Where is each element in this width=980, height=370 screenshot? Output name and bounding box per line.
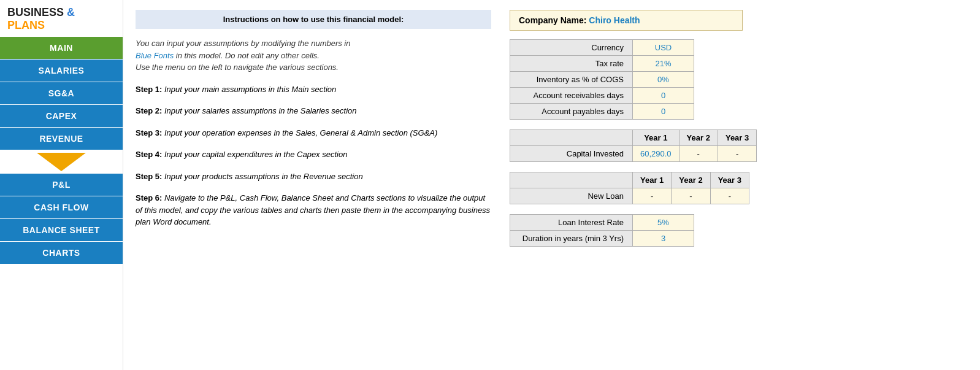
instructions-intro: You can input your assumptions by modify… <box>136 37 491 74</box>
step-4-num: Step 4: <box>136 150 162 159</box>
step-2-num: Step 2: <box>136 106 162 115</box>
loan-year1-header: Year 1 <box>633 172 672 188</box>
interest-rate-value[interactable]: 5% <box>633 215 694 231</box>
currency-label: Currency <box>510 40 633 56</box>
table-row: New Loan - - - <box>510 188 749 204</box>
tax-label: Tax rate <box>510 56 633 72</box>
capital-table: Year 1 Year 2 Year 3 Capital Invested 60… <box>510 129 757 162</box>
loan-year2-header: Year 2 <box>672 172 710 188</box>
new-loan-label: New Loan <box>510 188 633 204</box>
tax-value[interactable]: 21% <box>633 56 694 72</box>
step-2-text: Input your salaries assumptions in the S… <box>162 106 356 115</box>
step-1-num: Step 1: <box>136 85 162 94</box>
step-4-text: Input your capital expenditures in the C… <box>162 150 347 159</box>
capital-year1-header: Year 1 <box>633 130 679 146</box>
capital-year2[interactable]: - <box>679 146 718 162</box>
capital-year1[interactable]: 60,290.0 <box>633 146 679 162</box>
nav-capex[interactable]: CAPEX <box>0 105 123 127</box>
ap-value[interactable]: 0 <box>633 104 694 120</box>
instructions-panel: Instructions on how to use this financia… <box>136 10 491 360</box>
ar-value[interactable]: 0 <box>633 88 694 104</box>
capital-year2-header: Year 2 <box>679 130 718 146</box>
step-1-text: Input your main assumptions in this Main… <box>162 85 336 94</box>
nav-main[interactable]: MAIN <box>0 37 123 59</box>
logo: BUSINESS & PLANS <box>0 0 123 37</box>
loan-details-table: Loan Interest Rate 5% Duration in years … <box>510 214 694 247</box>
loan-year1[interactable]: - <box>633 188 672 204</box>
loan-year3-header: Year 3 <box>710 172 749 188</box>
step-3: Step 3: Input your operation expenses in… <box>136 127 491 139</box>
logo-plans: PLANS <box>7 19 45 31</box>
step-3-text: Input your operation expenses in the Sal… <box>162 128 437 137</box>
inventory-label: Inventory as % of COGS <box>510 72 633 88</box>
step-6-num: Step 6: <box>136 193 162 202</box>
nav-cashflow[interactable]: CASH FLOW <box>0 196 123 218</box>
step-5-text: Input your products assumptions in the R… <box>162 172 362 181</box>
loan-year3[interactable]: - <box>710 188 749 204</box>
data-panel: Company Name: Chiro Health Currency USD … <box>510 10 968 360</box>
ap-label: Account payables days <box>510 104 633 120</box>
step-5-num: Step 5: <box>136 172 162 181</box>
interest-rate-label: Loan Interest Rate <box>510 215 633 231</box>
step-5: Step 5: Input your products assumptions … <box>136 171 491 183</box>
intro-line2: in this model. Do not edit any other cel… <box>174 51 320 60</box>
nav-salaries[interactable]: SALARIES <box>0 60 123 82</box>
nav-balancesheet[interactable]: BALANCE SHEET <box>0 219 123 241</box>
logo-business: BUSINESS <box>7 6 64 18</box>
capital-empty-header <box>510 130 633 146</box>
duration-value[interactable]: 3 <box>633 231 694 247</box>
main-content: Instructions on how to use this financia… <box>123 0 980 370</box>
loan-empty-header <box>510 172 633 188</box>
table-row: Duration in years (min 3 Yrs) 3 <box>510 231 694 247</box>
nav-pl[interactable]: P&L <box>0 174 123 196</box>
intro-line3: Use the menu on the left to navigate the… <box>136 63 339 72</box>
company-value: Chiro Health <box>589 15 640 25</box>
step-6: Step 6: Navigate to the P&L, Cash Flow, … <box>136 192 491 228</box>
nav-sga[interactable]: SG&A <box>0 82 123 104</box>
table-row: Account receivables days 0 <box>510 88 694 104</box>
loan-table: Year 1 Year 2 Year 3 New Loan - - - <box>510 172 749 204</box>
table-header-row: Year 1 Year 2 Year 3 <box>510 172 749 188</box>
capital-year3-header: Year 3 <box>718 130 756 146</box>
ar-label: Account receivables days <box>510 88 633 104</box>
capital-label: Capital Invested <box>510 146 633 162</box>
table-row: Loan Interest Rate 5% <box>510 215 694 231</box>
step-3-num: Step 3: <box>136 128 162 137</box>
sidebar: BUSINESS & PLANS MAIN SALARIES SG&A CAPE… <box>0 0 123 370</box>
currency-value[interactable]: USD <box>633 40 694 56</box>
intro-line1: You can input your assumptions by modify… <box>136 39 350 48</box>
table-header-row: Year 1 Year 2 Year 3 <box>510 130 757 146</box>
step-2: Step 2: Input your salaries assumptions … <box>136 105 491 117</box>
inventory-value[interactable]: 0% <box>633 72 694 88</box>
table-row: Capital Invested 60,290.0 - - <box>510 146 757 162</box>
logo-amp: & <box>64 6 75 18</box>
instructions-title: Instructions on how to use this financia… <box>136 10 491 29</box>
arrow-down-icon <box>37 153 86 171</box>
loan-year2[interactable]: - <box>672 188 710 204</box>
company-label: Company Name: <box>519 15 586 25</box>
nav-revenue[interactable]: REVENUE <box>0 128 123 150</box>
table-row: Currency USD <box>510 40 694 56</box>
duration-label: Duration in years (min 3 Yrs) <box>510 231 633 247</box>
table-row: Account payables days 0 <box>510 104 694 120</box>
table-row: Inventory as % of COGS 0% <box>510 72 694 88</box>
nav-charts[interactable]: CHARTS <box>0 242 123 264</box>
intro-blue: Blue Fonts <box>136 51 174 60</box>
capital-year3[interactable]: - <box>718 146 756 162</box>
step-1: Step 1: Input your main assumptions in t… <box>136 83 491 96</box>
step-6-text: Navigate to the P&L, Cash Flow, Balance … <box>136 193 490 226</box>
step-4: Step 4: Input your capital expenditures … <box>136 148 491 161</box>
settings-table: Currency USD Tax rate 21% Inventory as %… <box>510 39 694 120</box>
table-row: Tax rate 21% <box>510 56 694 72</box>
company-name-box: Company Name: Chiro Health <box>510 10 743 31</box>
